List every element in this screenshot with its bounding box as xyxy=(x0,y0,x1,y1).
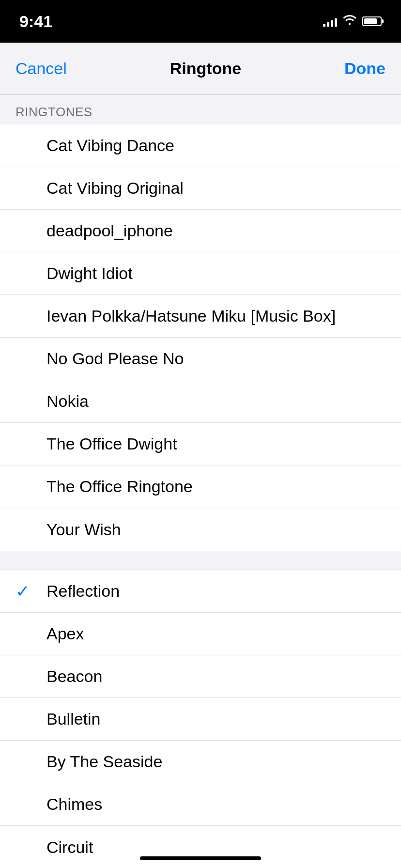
ringtones-section-header: RINGTONES xyxy=(0,95,401,124)
ringtone-label: Reflection xyxy=(46,582,120,601)
list-item[interactable]: deadpool_iphone xyxy=(0,210,401,252)
list-item[interactable]: Apex xyxy=(0,613,401,655)
page-title: Ringtone xyxy=(170,59,241,78)
ringtone-label: Nokia xyxy=(46,392,89,411)
ringtone-label: Chimes xyxy=(46,795,102,814)
ringtone-label: The Office Ringtone xyxy=(46,477,193,496)
ringtone-label: The Office Dwight xyxy=(46,434,177,453)
ringtone-label: Cat Vibing Original xyxy=(46,179,184,198)
ringtone-label: Your Wish xyxy=(46,520,121,539)
list-item[interactable]: By The Seaside xyxy=(0,741,401,783)
list-item[interactable]: No God Please No xyxy=(0,338,401,380)
list-item[interactable]: The Office Ringtone xyxy=(0,465,401,508)
list-item[interactable]: Circuit xyxy=(0,826,401,868)
wifi-icon xyxy=(343,15,356,28)
checkmark-icon: ✓ xyxy=(15,581,35,602)
home-indicator xyxy=(140,856,261,860)
ringtones-list: Cat Vibing DanceCat Vibing Originaldeadp… xyxy=(0,124,401,551)
list-item[interactable]: ✓Reflection xyxy=(0,570,401,613)
status-time: 9:41 xyxy=(19,12,52,31)
ringtone-label: deadpool_iphone xyxy=(46,221,173,240)
list-item[interactable]: Chimes xyxy=(0,783,401,826)
ringtone-label: Dwight Idiot xyxy=(46,264,133,283)
battery-icon xyxy=(362,16,382,26)
list-item[interactable]: Cat Vibing Dance xyxy=(0,124,401,167)
standard-ringtones-list: ✓ReflectionApexBeaconBulletinBy The Seas… xyxy=(0,570,401,868)
cancel-button[interactable]: Cancel xyxy=(15,59,67,78)
list-item[interactable]: Nokia xyxy=(0,380,401,423)
ringtone-label: Ievan Polkka/Hatsune Miku [Music Box] xyxy=(46,307,336,326)
section-divider xyxy=(0,551,401,570)
ringtone-label: Beacon xyxy=(46,667,102,686)
list-item[interactable]: Bulletin xyxy=(0,698,401,741)
signal-icon xyxy=(323,16,337,27)
ringtone-label: Circuit xyxy=(46,838,93,857)
list-item[interactable]: The Office Dwight xyxy=(0,423,401,465)
list-item[interactable]: Dwight Idiot xyxy=(0,252,401,295)
list-item[interactable]: Beacon xyxy=(0,655,401,698)
ringtone-label: Cat Vibing Dance xyxy=(46,136,174,155)
list-item[interactable]: Ievan Polkka/Hatsune Miku [Music Box] xyxy=(0,295,401,338)
ringtone-label: Bulletin xyxy=(46,710,101,728)
list-item[interactable]: Your Wish xyxy=(0,508,401,551)
ringtone-label: By The Seaside xyxy=(46,752,162,771)
ringtone-label: Apex xyxy=(46,624,84,643)
status-icons xyxy=(323,15,382,28)
nav-bar: Cancel Ringtone Done xyxy=(0,43,401,95)
list-item[interactable]: Cat Vibing Original xyxy=(0,167,401,210)
ringtone-label: No God Please No xyxy=(46,349,184,368)
done-button[interactable]: Done xyxy=(344,59,386,78)
status-bar: 9:41 xyxy=(0,0,401,43)
